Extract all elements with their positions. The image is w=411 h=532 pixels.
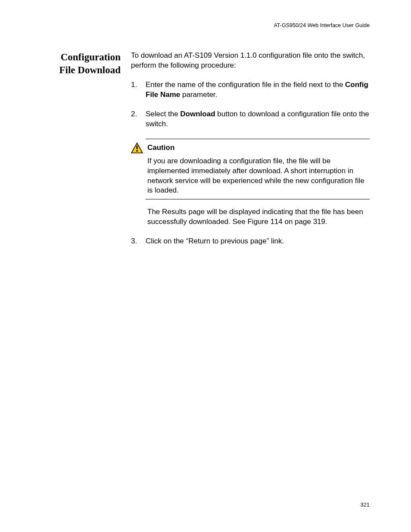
results-paragraph: The Results page will be displayed indic… xyxy=(147,207,370,227)
running-head: AT-GS950/24 Web Interface User Guide xyxy=(47,22,370,28)
procedure-list-cont: 3. Click on the “Return to previous page… xyxy=(131,236,370,246)
intro-paragraph: To download an AT-S109 Version 1.1.0 con… xyxy=(131,51,370,71)
step-number: 3. xyxy=(131,236,146,246)
svg-point-2 xyxy=(136,150,138,152)
procedure-list: 1. Enter the name of the configuration f… xyxy=(131,80,370,129)
section-heading-line2: File Download xyxy=(59,65,121,75)
section-heading-line1: Configuration xyxy=(61,52,121,62)
main-column: To download an AT-S109 Version 1.1.0 con… xyxy=(131,51,370,256)
section-heading: Configuration File Download xyxy=(47,51,121,256)
caution-label: Caution xyxy=(147,143,174,153)
step-text: Enter the name of the configuration file… xyxy=(146,81,345,89)
step-2: 2. Select the Download button to downloa… xyxy=(131,109,370,129)
caution-body: If you are downloading a configuration f… xyxy=(147,156,370,196)
step-text: Select the xyxy=(146,110,180,118)
page-number: 321 xyxy=(360,501,370,508)
step-text: Click on the “Return to previous page” l… xyxy=(146,237,284,245)
step-3: 3. Click on the “Return to previous page… xyxy=(131,236,370,246)
step-bold-term: Download xyxy=(180,110,215,118)
caution-triangle-icon xyxy=(131,143,143,154)
step-number: 1. xyxy=(131,80,146,100)
step-body: Select the Download button to download a… xyxy=(146,109,370,129)
caution-rule-bottom xyxy=(146,199,370,199)
svg-rect-1 xyxy=(137,146,138,149)
caution-block: Caution If you are downloading a configu… xyxy=(131,139,370,227)
step-text-tail: parameter. xyxy=(180,90,217,99)
step-number: 2. xyxy=(131,109,146,129)
step-body: Click on the “Return to previous page” l… xyxy=(146,236,370,246)
caution-rule-top xyxy=(146,139,370,139)
caution-header: Caution xyxy=(131,143,370,154)
content-row: Configuration File Download To download … xyxy=(47,51,370,256)
step-1: 1. Enter the name of the configuration f… xyxy=(131,80,370,100)
step-body: Enter the name of the configuration file… xyxy=(146,80,370,100)
page-container: AT-GS950/24 Web Interface User Guide Con… xyxy=(0,0,411,532)
